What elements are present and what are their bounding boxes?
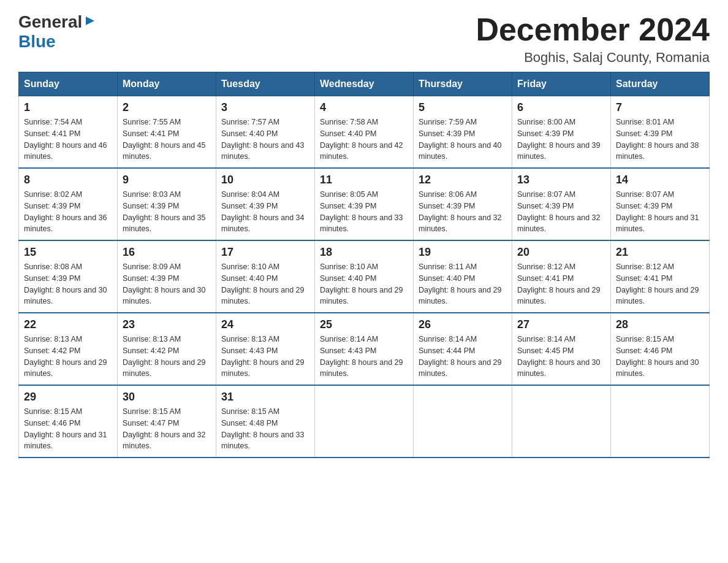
table-row: 21 Sunrise: 8:12 AMSunset: 4:41 PMDaylig… <box>611 240 710 313</box>
day-number: 2 <box>123 101 211 114</box>
day-info: Sunrise: 8:15 AMSunset: 4:46 PMDaylight:… <box>24 406 112 452</box>
table-row: 26 Sunrise: 8:14 AMSunset: 4:44 PMDaylig… <box>414 313 512 385</box>
day-info: Sunrise: 8:09 AMSunset: 4:39 PMDaylight:… <box>123 261 211 307</box>
table-row: 9 Sunrise: 8:03 AMSunset: 4:39 PMDayligh… <box>118 168 216 240</box>
calendar-week-row: 15 Sunrise: 8:08 AMSunset: 4:39 PMDaylig… <box>19 240 710 313</box>
logo-arrow-icon <box>85 15 96 29</box>
day-number: 15 <box>24 246 112 259</box>
day-number: 7 <box>616 101 704 114</box>
table-row <box>414 385 512 458</box>
day-number: 24 <box>221 318 309 331</box>
table-row: 11 Sunrise: 8:05 AMSunset: 4:39 PMDaylig… <box>315 168 414 240</box>
table-row: 10 Sunrise: 8:04 AMSunset: 4:39 PMDaylig… <box>216 168 315 240</box>
day-number: 4 <box>320 101 408 114</box>
logo: General Blue <box>18 12 96 52</box>
day-info: Sunrise: 8:07 AMSunset: 4:39 PMDaylight:… <box>517 189 605 235</box>
calendar-table: Sunday Monday Tuesday Wednesday Thursday… <box>18 72 710 458</box>
table-row: 19 Sunrise: 8:11 AMSunset: 4:40 PMDaylig… <box>414 240 512 313</box>
day-number: 26 <box>419 318 507 331</box>
day-info: Sunrise: 8:15 AMSunset: 4:46 PMDaylight:… <box>616 334 704 380</box>
day-info: Sunrise: 8:13 AMSunset: 4:42 PMDaylight:… <box>24 334 112 380</box>
day-number: 9 <box>123 174 211 186</box>
day-info: Sunrise: 8:02 AMSunset: 4:39 PMDaylight:… <box>24 189 112 235</box>
day-info: Sunrise: 8:12 AMSunset: 4:41 PMDaylight:… <box>517 261 605 307</box>
day-number: 31 <box>221 391 309 404</box>
table-row: 31 Sunrise: 8:15 AMSunset: 4:48 PMDaylig… <box>216 385 315 458</box>
logo-general-text: General <box>18 12 82 32</box>
day-number: 27 <box>517 318 605 331</box>
day-info: Sunrise: 8:15 AMSunset: 4:48 PMDaylight:… <box>221 406 309 452</box>
calendar-title: December 2024 <box>476 12 710 47</box>
day-info: Sunrise: 7:55 AMSunset: 4:41 PMDaylight:… <box>123 117 211 163</box>
header-sunday: Sunday <box>19 72 118 96</box>
day-number: 3 <box>221 101 309 114</box>
day-number: 11 <box>320 174 408 186</box>
day-number: 25 <box>320 318 408 331</box>
table-row: 25 Sunrise: 8:14 AMSunset: 4:43 PMDaylig… <box>315 313 414 385</box>
table-row: 2 Sunrise: 7:55 AMSunset: 4:41 PMDayligh… <box>118 96 216 169</box>
table-row: 7 Sunrise: 8:01 AMSunset: 4:39 PMDayligh… <box>611 96 710 169</box>
header-wednesday: Wednesday <box>315 72 414 96</box>
day-info: Sunrise: 8:13 AMSunset: 4:42 PMDaylight:… <box>123 334 211 380</box>
day-number: 18 <box>320 246 408 259</box>
day-info: Sunrise: 8:13 AMSunset: 4:43 PMDaylight:… <box>221 334 309 380</box>
table-row: 15 Sunrise: 8:08 AMSunset: 4:39 PMDaylig… <box>19 240 118 313</box>
day-info: Sunrise: 8:10 AMSunset: 4:40 PMDaylight:… <box>221 261 309 307</box>
header-saturday: Saturday <box>611 72 710 96</box>
day-number: 13 <box>517 174 605 186</box>
table-row: 27 Sunrise: 8:14 AMSunset: 4:45 PMDaylig… <box>512 313 611 385</box>
day-info: Sunrise: 8:14 AMSunset: 4:43 PMDaylight:… <box>320 334 408 380</box>
day-number: 17 <box>221 246 309 259</box>
day-info: Sunrise: 8:10 AMSunset: 4:40 PMDaylight:… <box>320 261 408 307</box>
day-number: 16 <box>123 246 211 259</box>
table-row: 3 Sunrise: 7:57 AMSunset: 4:40 PMDayligh… <box>216 96 315 169</box>
calendar-header-row: Sunday Monday Tuesday Wednesday Thursday… <box>19 72 710 96</box>
day-info: Sunrise: 8:01 AMSunset: 4:39 PMDaylight:… <box>616 117 704 163</box>
day-number: 5 <box>419 101 507 114</box>
table-row: 5 Sunrise: 7:59 AMSunset: 4:39 PMDayligh… <box>414 96 512 169</box>
calendar-week-row: 22 Sunrise: 8:13 AMSunset: 4:42 PMDaylig… <box>19 313 710 385</box>
table-row: 18 Sunrise: 8:10 AMSunset: 4:40 PMDaylig… <box>315 240 414 313</box>
day-info: Sunrise: 8:00 AMSunset: 4:39 PMDaylight:… <box>517 117 605 163</box>
table-row: 29 Sunrise: 8:15 AMSunset: 4:46 PMDaylig… <box>19 385 118 458</box>
day-number: 30 <box>123 391 211 404</box>
day-info: Sunrise: 8:06 AMSunset: 4:39 PMDaylight:… <box>419 189 507 235</box>
day-info: Sunrise: 7:59 AMSunset: 4:39 PMDaylight:… <box>419 117 507 163</box>
table-row: 22 Sunrise: 8:13 AMSunset: 4:42 PMDaylig… <box>19 313 118 385</box>
day-number: 6 <box>517 101 605 114</box>
day-info: Sunrise: 8:14 AMSunset: 4:45 PMDaylight:… <box>517 334 605 380</box>
day-info: Sunrise: 8:15 AMSunset: 4:47 PMDaylight:… <box>123 406 211 452</box>
calendar-week-row: 29 Sunrise: 8:15 AMSunset: 4:46 PMDaylig… <box>19 385 710 458</box>
table-row: 13 Sunrise: 8:07 AMSunset: 4:39 PMDaylig… <box>512 168 611 240</box>
day-number: 22 <box>24 318 112 331</box>
header-tuesday: Tuesday <box>216 72 315 96</box>
day-number: 8 <box>24 174 112 186</box>
table-row <box>611 385 710 458</box>
day-number: 21 <box>616 246 704 259</box>
table-row: 16 Sunrise: 8:09 AMSunset: 4:39 PMDaylig… <box>118 240 216 313</box>
calendar-week-row: 8 Sunrise: 8:02 AMSunset: 4:39 PMDayligh… <box>19 168 710 240</box>
day-info: Sunrise: 7:54 AMSunset: 4:41 PMDaylight:… <box>24 117 112 163</box>
table-row: 24 Sunrise: 8:13 AMSunset: 4:43 PMDaylig… <box>216 313 315 385</box>
table-row: 8 Sunrise: 8:02 AMSunset: 4:39 PMDayligh… <box>19 168 118 240</box>
day-info: Sunrise: 8:08 AMSunset: 4:39 PMDaylight:… <box>24 261 112 307</box>
table-row: 30 Sunrise: 8:15 AMSunset: 4:47 PMDaylig… <box>118 385 216 458</box>
table-row: 20 Sunrise: 8:12 AMSunset: 4:41 PMDaylig… <box>512 240 611 313</box>
logo-blue-text: Blue <box>18 32 56 51</box>
day-number: 29 <box>24 391 112 404</box>
location-subtitle: Boghis, Salaj County, Romania <box>476 50 710 66</box>
table-row <box>512 385 611 458</box>
table-row: 12 Sunrise: 8:06 AMSunset: 4:39 PMDaylig… <box>414 168 512 240</box>
day-info: Sunrise: 8:03 AMSunset: 4:39 PMDaylight:… <box>123 189 211 235</box>
day-number: 20 <box>517 246 605 259</box>
table-row: 4 Sunrise: 7:58 AMSunset: 4:40 PMDayligh… <box>315 96 414 169</box>
table-row <box>315 385 414 458</box>
day-info: Sunrise: 8:11 AMSunset: 4:40 PMDaylight:… <box>419 261 507 307</box>
table-row: 1 Sunrise: 7:54 AMSunset: 4:41 PMDayligh… <box>19 96 118 169</box>
day-info: Sunrise: 8:12 AMSunset: 4:41 PMDaylight:… <box>616 261 704 307</box>
header-friday: Friday <box>512 72 611 96</box>
day-number: 10 <box>221 174 309 186</box>
table-row: 14 Sunrise: 8:07 AMSunset: 4:39 PMDaylig… <box>611 168 710 240</box>
day-number: 19 <box>419 246 507 259</box>
day-number: 1 <box>24 101 112 114</box>
